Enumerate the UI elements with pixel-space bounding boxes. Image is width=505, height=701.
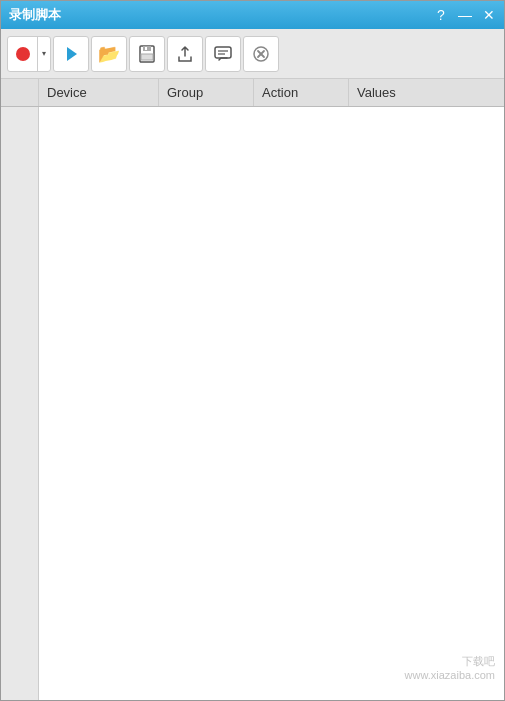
title-controls: ? — ✕: [432, 6, 498, 24]
watermark-line1: 下载吧: [405, 654, 495, 669]
open-button[interactable]: 📂: [91, 36, 127, 72]
comment-button[interactable]: [205, 36, 241, 72]
folder-icon: 📂: [98, 43, 120, 65]
toolbar: ▾ 📂: [1, 29, 504, 79]
comment-icon: [213, 44, 233, 64]
svg-rect-3: [145, 47, 147, 50]
stop-icon: [251, 44, 271, 64]
watermark-line2: www.xiazaiba.com: [405, 669, 495, 681]
title-bar: 录制脚本 ? — ✕: [1, 1, 504, 29]
save-button[interactable]: [129, 36, 165, 72]
minimize-button[interactable]: —: [456, 6, 474, 24]
play-button[interactable]: [53, 36, 89, 72]
device-column-header: Device: [39, 79, 159, 106]
row-numbers-panel: [1, 107, 39, 700]
record-main-button[interactable]: [8, 36, 38, 72]
svg-rect-2: [141, 54, 153, 60]
svg-rect-4: [215, 47, 231, 58]
row-num-header: [1, 79, 39, 106]
values-column-header: Values: [349, 79, 504, 106]
table-content[interactable]: [39, 107, 504, 700]
export-icon: [175, 44, 195, 64]
stop-button[interactable]: [243, 36, 279, 72]
group-column-header: Group: [159, 79, 254, 106]
watermark: 下载吧 www.xiazaiba.com: [405, 654, 495, 681]
play-icon: [67, 47, 77, 61]
main-window: 录制脚本 ? — ✕ ▾ 📂: [0, 0, 505, 701]
record-dropdown-arrow[interactable]: ▾: [38, 36, 50, 72]
record-icon: [16, 47, 30, 61]
table-area: [1, 107, 504, 700]
column-header-row: Device Group Action Values: [1, 79, 504, 107]
close-button[interactable]: ✕: [480, 6, 498, 24]
record-split-button[interactable]: ▾: [7, 36, 51, 72]
export-button[interactable]: [167, 36, 203, 72]
action-column-header: Action: [254, 79, 349, 106]
window-title: 录制脚本: [9, 6, 61, 24]
help-button[interactable]: ?: [432, 6, 450, 24]
save-icon: [137, 44, 157, 64]
